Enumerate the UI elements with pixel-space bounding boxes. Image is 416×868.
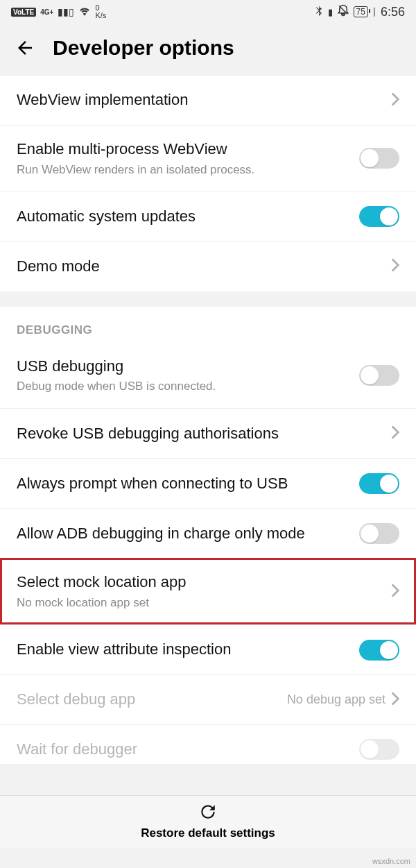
battery-icon-small: ▮ [328,7,333,17]
toggle-usb-debugging[interactable] [359,365,399,386]
row-title: Revoke USB debugging authorisations [17,424,380,444]
row-revoke-usb-auth[interactable]: Revoke USB debugging authorisations [0,408,416,458]
chevron-right-icon [391,258,399,275]
battery-charge-icon: ⎮ [372,8,376,17]
restore-icon [199,803,217,824]
row-title: Allow ADB debugging in charge only mode [17,524,348,544]
row-title: USB debugging [17,357,348,377]
row-title: Enable view attribute inspection [17,640,348,660]
signal-icon: ▮▮▯ [58,6,74,17]
network-type: 4G+ [40,8,53,16]
watermark: wsxdn.com [372,857,410,865]
chevron-right-icon [391,692,399,708]
chevron-right-icon [391,92,399,109]
toggle-multiprocess-webview[interactable] [359,148,399,169]
data-speed: 0K/s [95,4,106,19]
row-title: Demo mode [17,257,380,277]
toggle-prompt-usb[interactable] [359,473,399,494]
toggle-automatic-updates[interactable] [359,206,399,227]
row-title: Enable multi-process WebView [17,139,348,160]
dnd-icon [337,4,349,19]
toggle-view-attribute-inspection[interactable] [359,640,399,661]
volte-badge: VoLTE [11,8,36,17]
clock: 6:56 [381,5,405,19]
row-title: WebView implementation [17,90,380,110]
wifi-icon [78,6,91,18]
toggle-adb-charge-only[interactable] [359,523,399,544]
row-view-attribute-inspection[interactable]: Enable view attribute inspection [0,624,416,674]
footer-restore-defaults[interactable]: Restore default settings [0,795,416,849]
row-multiprocess-webview[interactable]: Enable multi-process WebView Run WebView… [0,125,416,192]
row-title: Always prompt when connecting to USB [17,474,348,494]
row-prompt-usb[interactable]: Always prompt when connecting to USB [0,458,416,508]
section-label-debugging: DEBUGGING [0,307,416,343]
settings-group-debugging: DEBUGGING USB debugging Debug mode when … [0,307,416,764]
row-automatic-updates[interactable]: Automatic system updates [0,192,416,241]
footer-label: Restore default settings [141,826,275,840]
battery-level: 75 [354,6,368,17]
back-button[interactable] [14,37,36,59]
row-title: Wait for debugger [17,740,348,760]
row-select-debug-app[interactable]: Select debug app No debug app set [0,674,416,724]
status-bar: VoLTE 4G+ ▮▮▯ 0K/s ▮ 75 ⎮ 6:56 [0,0,416,24]
chevron-right-icon [391,425,399,442]
settings-group-general: WebView implementation Enable multi-proc… [0,75,416,291]
row-title: Automatic system updates [17,207,348,227]
row-subtitle: No mock location app set [17,595,380,611]
toggle-wait-debugger [359,739,399,760]
row-subtitle: Debug mode when USB is connected. [17,379,348,394]
row-adb-charge-only[interactable]: Allow ADB debugging in charge only mode [0,508,416,558]
row-subtitle: Run WebView renders in an isolated proce… [17,162,348,178]
row-title: Select mock location app [17,572,380,593]
app-header: Developer options [0,24,416,75]
bluetooth-icon [314,5,324,19]
row-webview-implementation[interactable]: WebView implementation [0,75,416,125]
row-usb-debugging[interactable]: USB debugging Debug mode when USB is con… [0,343,416,409]
row-mock-location[interactable]: Select mock location app No mock locatio… [0,558,416,624]
chevron-right-icon [391,584,399,600]
row-title: Select debug app [17,690,276,710]
page-title: Developer options [53,36,234,60]
row-wait-for-debugger: Wait for debugger [0,724,416,764]
row-demo-mode[interactable]: Demo mode [0,241,416,291]
row-value: No debug app set [287,692,385,707]
